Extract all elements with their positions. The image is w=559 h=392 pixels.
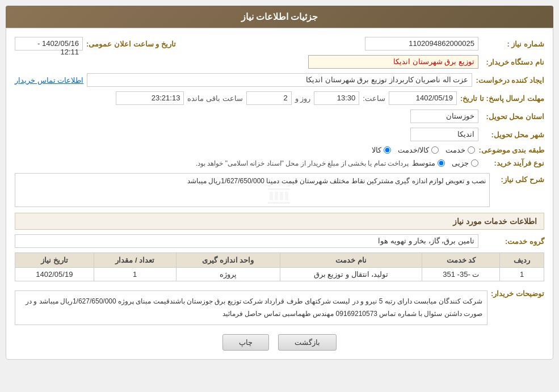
page-title: جزئیات اطلاعات نیاز — [241, 12, 318, 22]
noe-farayand-radio-group: جزیی متوسط — [412, 159, 478, 167]
cell-tedad: 1 — [94, 268, 176, 281]
button-row: بازگشت چاپ — [15, 334, 544, 351]
nam-dastgah-value: توزیع برق شهرستان اندیکا — [308, 55, 478, 69]
shahr-value: اندیکا — [410, 128, 478, 141]
noe-farayand-label: نوع فرآیند خرید: — [482, 159, 544, 167]
chap-button[interactable]: چاپ — [222, 334, 269, 351]
cell-vahed: پروژه — [176, 268, 280, 281]
radio-jozi[interactable]: جزیی — [452, 159, 478, 167]
shahr-label: شهر محل تحویل: — [482, 130, 544, 139]
page-header: جزئیات اطلاعات نیاز — [6, 6, 553, 28]
shomara-niaz-label: شماره نیاز : — [482, 40, 544, 48]
shomara-niaz-value: 1102094862000025 — [365, 37, 478, 50]
time-label: ساعت: — [363, 94, 385, 103]
radio-kala-khadamat[interactable]: کالا/خدمت — [398, 146, 439, 154]
noe-farayand-description: پرداخت تمام یا بخشی از مبلغ خریدار از مح… — [196, 159, 409, 167]
col-radif: ردیف — [500, 253, 544, 268]
goroh-label: گروه خدمت: — [482, 237, 544, 246]
tabaqebandi-radio-group: خدمت کالا/خدمت کالا — [372, 146, 476, 154]
time-value: 13:30 — [314, 91, 359, 105]
col-tedad: تعداد / مقدار — [94, 253, 176, 268]
sharh-label: شرح کلی نیاز: — [493, 173, 544, 207]
tawzih-label: توضیحات خریدار: — [491, 287, 544, 325]
col-kod: کد خدمت — [422, 253, 500, 268]
radio-motavasset[interactable]: متوسط — [412, 159, 445, 167]
col-nam: نام خدمت — [280, 253, 422, 268]
cell-tarikh: 1402/05/19 — [15, 268, 94, 281]
ettelaat-tamas-link[interactable]: اطلاعات تماس خریدار — [15, 76, 83, 85]
khadamat-section-header: اطلاعات خدمات مورد نیاز — [15, 213, 544, 230]
cell-radif: 1 — [500, 268, 544, 281]
baqi-mande-value: 23:21:13 — [116, 91, 184, 105]
cell-nam: تولید، انتقال و توزیع برق — [280, 268, 422, 281]
tabaqebandi-label: طبقه بندی موضوعی: — [478, 146, 544, 154]
cell-kod: ت -35- 351 — [422, 268, 500, 281]
tawzih-value: شرکت کنندگان میابست دارای رتبه 5 نیرو و … — [15, 290, 487, 325]
radio-khadamat[interactable]: خدمت — [445, 146, 475, 154]
baqi-mande-label: ساعت باقی مانده — [187, 94, 242, 103]
tarikh-elaan-value: 1402/05/16 - 12:11 — [15, 37, 83, 50]
ostan-value: خوزستان — [410, 109, 478, 123]
sharh-value[interactable] — [15, 173, 490, 207]
col-vahed: واحد اندازه گیری — [176, 253, 280, 268]
ijad-konande-value: عزت اله ناصریان کاربرداز توزیع برق شهرست… — [87, 73, 472, 87]
bazgasht-button[interactable]: بازگشت — [278, 334, 337, 351]
ijad-konande-label: ایجاد کننده درخواست: — [476, 76, 544, 85]
roz-value: 2 — [246, 91, 292, 105]
radio-kala[interactable]: کالا — [372, 146, 391, 154]
col-tarikh: تاریخ نیاز — [15, 253, 94, 268]
services-table: ردیف کد خدمت نام خدمت واحد اندازه گیری ت… — [15, 252, 544, 281]
ostan-label: استان محل تحویل: — [482, 112, 544, 121]
date-value: 1402/05/19 — [389, 91, 457, 105]
tarikh-elaan-label: تاریخ و ساعت اعلان عمومی: — [86, 40, 176, 48]
mohlat-label: مهلت ارسال پاسخ: تا تاریخ: — [460, 94, 544, 103]
nam-dastgah-label: نام دستگاه خریدار: — [482, 58, 544, 66]
table-row: 1 ت -35- 351 تولید، انتقال و توزیع برق پ… — [15, 268, 544, 281]
goroh-value: تامین برق، گاز، بخار و تهویه هوا — [15, 234, 478, 248]
roz-label: روز و — [295, 94, 311, 103]
